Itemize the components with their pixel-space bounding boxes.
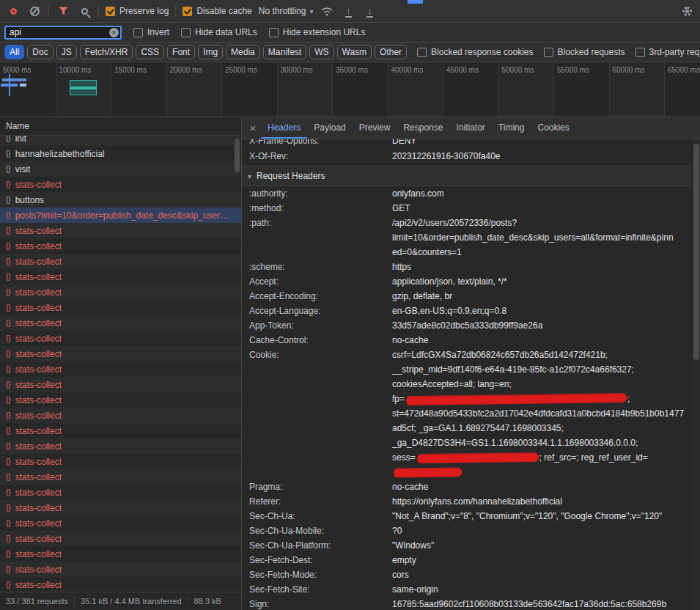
scrollbar-thumb[interactable] (235, 139, 240, 172)
request-row[interactable]: {}stats-collect (0, 562, 241, 577)
type-filter-js[interactable]: JS (56, 45, 77, 59)
request-row[interactable]: {}stats-collect (0, 269, 241, 284)
request-row[interactable]: {}hannahelizabethofficial (0, 146, 241, 161)
type-filter-wasm[interactable]: Wasm (337, 45, 372, 59)
request-row[interactable]: {}stats-collect (0, 377, 241, 392)
throttling-dropdown[interactable]: No throttling ▾ (259, 6, 314, 16)
header-row: Cookie:csrf=LdfcGX4Sa72db06824c657db26a5… (242, 348, 691, 479)
json-request-icon: {} (6, 288, 11, 296)
type-filter-css[interactable]: CSS (136, 45, 164, 59)
network-conditions-button[interactable] (320, 4, 334, 18)
request-row[interactable]: {}stats-collect (0, 531, 241, 546)
request-row[interactable]: {}stats-collect (0, 392, 241, 408)
tab-cookies[interactable]: Cookies (531, 117, 575, 139)
request-row[interactable]: {}stats-collect (0, 223, 241, 238)
request-row[interactable]: {}stats-collect (0, 546, 241, 562)
invert-checkbox[interactable]: Invert (133, 27, 169, 37)
request-row[interactable]: {}stats-collect (0, 438, 241, 454)
request-name: stats-collect (15, 518, 62, 529)
header-name: Accept-Language: (249, 304, 392, 318)
search-button[interactable] (77, 4, 92, 18)
tab-timing[interactable]: Timing (492, 117, 531, 139)
tab-headers[interactable]: Headers (261, 117, 307, 139)
json-request-icon: {} (6, 534, 11, 543)
request-row[interactable]: {}stats-collect (0, 254, 241, 269)
request-row[interactable]: {}stats-collect (0, 500, 241, 515)
request-row[interactable]: {}stats-collect (0, 315, 241, 331)
resource-type-filter-bar: AllDocJSFetch/XHRCSSFontImgMediaManifest… (0, 43, 700, 62)
record-network-log-button[interactable] (6, 4, 21, 18)
blocked-requests-checkbox[interactable]: Blocked requests (544, 47, 625, 57)
disable-cache-checkbox[interactable]: Disable cache (183, 6, 251, 16)
json-request-icon: {} (6, 227, 11, 235)
request-row[interactable]: {}stats-collect (0, 423, 241, 438)
close-icon[interactable]: × (245, 122, 261, 134)
filter-toggle-button[interactable] (56, 4, 70, 18)
header-value: 33d57ade8c02dbc5a333db99ff9ae26a (392, 318, 691, 333)
request-row[interactable]: {}stats-collect (0, 361, 241, 377)
tab-payload[interactable]: Payload (307, 117, 352, 139)
type-filter-img[interactable]: Img (198, 45, 223, 59)
type-filter-fetchxhr[interactable]: Fetch/XHR (80, 45, 133, 59)
funnel-icon (59, 7, 68, 15)
request-row[interactable]: {}stats-collect (0, 300, 241, 315)
header-value: ?0 (392, 523, 691, 538)
clear-network-log-button[interactable] (27, 4, 42, 18)
hide-extension-urls-checkbox[interactable]: Hide extension URLs (269, 27, 366, 37)
request-row[interactable]: {}stats-collect (0, 469, 241, 485)
preserve-log-checkbox[interactable]: Preserve log (106, 6, 169, 16)
hide-data-urls-checkbox[interactable]: Hide data URLs (181, 27, 257, 37)
blocked-response-cookies-checkbox[interactable]: Blocked response cookies (417, 47, 533, 57)
third-party-requests-checkbox[interactable]: 3rd-party requests (635, 47, 700, 57)
name-column-label: Name (6, 121, 29, 131)
name-column-header[interactable]: Name (0, 117, 241, 136)
network-overview-timeline[interactable]: 5000 ms10000 ms15000 ms20000 ms25000 ms3… (0, 62, 700, 117)
request-row[interactable]: {}init (0, 136, 241, 146)
json-request-icon: {} (6, 136, 11, 142)
request-row[interactable]: {}posts?limit=10&order=publish_date_desc… (0, 207, 241, 223)
checkbox-unchecked-icon (635, 48, 645, 57)
export-har-button[interactable]: ↓ (362, 4, 377, 18)
type-filter-media[interactable]: Media (226, 45, 260, 59)
requests-count: 33 / 381 requests (0, 597, 74, 606)
header-name: :scheme: (249, 260, 392, 274)
type-filter-font[interactable]: Font (167, 45, 195, 59)
request-row[interactable]: {}stats-collect (0, 284, 241, 300)
type-filter-manifest[interactable]: Manifest (263, 45, 306, 59)
header-row: Accept-Language:en-GB,en-US;q=0.9,en;q=0… (242, 304, 691, 318)
request-row[interactable]: {}stats-collect (0, 177, 241, 192)
request-row[interactable]: {}stats-collect (0, 331, 241, 346)
tab-initiator[interactable]: Initiator (449, 117, 491, 139)
json-request-icon: {} (6, 273, 11, 281)
request-row[interactable]: {}stats-collect (0, 408, 241, 423)
request-row[interactable]: {}visit (0, 161, 241, 177)
import-har-button[interactable]: ↑ (341, 4, 355, 18)
request-row[interactable]: {}stats-collect (0, 577, 241, 592)
type-filter-all[interactable]: All (4, 45, 24, 59)
type-filter-doc[interactable]: Doc (27, 45, 53, 59)
network-filter-input[interactable] (4, 26, 122, 40)
settings-button[interactable] (679, 4, 694, 18)
request-row[interactable]: {}stats-collect (0, 515, 241, 531)
request-row[interactable]: {}stats-collect (0, 485, 241, 500)
hide-extension-urls-label: Hide extension URLs (283, 27, 366, 37)
request-list-scrollbar[interactable] (235, 136, 240, 591)
tab-response[interactable]: Response (397, 117, 449, 139)
tab-preview[interactable]: Preview (353, 117, 397, 139)
scrollbar-thumb[interactable] (693, 144, 699, 360)
request-details-pane: × HeadersPayloadPreviewResponseInitiator… (242, 117, 700, 610)
header-value-line: limit=10&order=publish_date_desc&skip_us… (392, 230, 691, 245)
waterfall-overview (0, 62, 700, 117)
request-row[interactable]: {}stats-collect (0, 238, 241, 254)
header-value: empty (392, 553, 691, 567)
headers-scrollbar[interactable] (693, 140, 700, 610)
json-request-icon: {} (6, 334, 11, 342)
clear-filter-icon[interactable]: × (109, 28, 119, 37)
header-name: X-Of-Rev: (249, 149, 392, 163)
request-row[interactable]: {}buttons (0, 192, 241, 207)
request-row[interactable]: {}stats-collect (0, 346, 241, 361)
type-filter-other[interactable]: Other (375, 45, 407, 59)
request-row[interactable]: {}stats-collect (0, 454, 241, 469)
request-headers-section-header[interactable]: ▾ Request Headers (242, 166, 691, 186)
type-filter-ws[interactable]: WS (309, 45, 334, 59)
